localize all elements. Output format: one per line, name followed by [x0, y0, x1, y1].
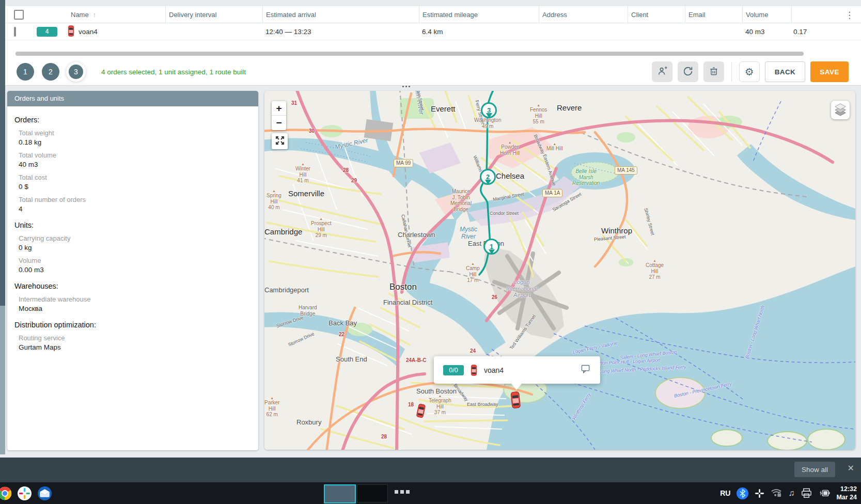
- route-stop-marker[interactable]: 3: [481, 102, 497, 118]
- horizontal-scrollbar[interactable]: [15, 52, 804, 56]
- vehicle-icon: [471, 365, 477, 376]
- unit-name: voan4: [484, 366, 504, 374]
- chat-icon[interactable]: [581, 365, 591, 376]
- orders-table: Name ↑ Delivery interval Estimated arriv…: [5, 6, 861, 58]
- section-heading-units: Units:: [14, 221, 258, 229]
- divider: [731, 62, 732, 82]
- save-button[interactable]: SAVE: [810, 61, 849, 82]
- section-heading-orders: Orders:: [14, 116, 258, 124]
- keyboard-layout-indicator[interactable]: RU: [720, 489, 730, 497]
- splitter-handle[interactable]: [402, 86, 410, 87]
- unit-name: voan4: [79, 28, 98, 36]
- map-canvas[interactable]: EverettRevereChelseaSomervilleCambridgeW…: [264, 91, 855, 450]
- unit-progress-badge: 0/0: [443, 365, 464, 375]
- summary-item: Routing service Gurtam Maps: [19, 334, 258, 351]
- section-heading-distribution: Distribution optimization:: [14, 321, 258, 329]
- section-heading-warehouses: Warehouses:: [14, 282, 258, 290]
- column-header-address[interactable]: Address: [539, 6, 628, 23]
- column-header-delivery-interval[interactable]: Delivery interval: [165, 6, 262, 23]
- chrome-icon[interactable]: [0, 486, 12, 500]
- summary-item: Total volume 40 m3: [19, 151, 258, 168]
- desktop-overlay-bar: Show all ✕: [0, 458, 861, 482]
- summary-item: Total weight 0.18 kg: [19, 129, 258, 146]
- cell-estimated-arrival: 12:40 — 13:23: [262, 28, 419, 36]
- column-header-name[interactable]: Name ↑: [31, 6, 165, 23]
- column-header-volume[interactable]: Volume: [742, 6, 791, 23]
- back-button[interactable]: BACK: [765, 61, 806, 82]
- settings-button[interactable]: ⚙: [739, 61, 760, 82]
- column-header-label: Name: [71, 11, 89, 19]
- assign-unit-button[interactable]: [652, 61, 672, 82]
- step-1[interactable]: 1: [17, 63, 34, 81]
- column-header-estimated-mileage[interactable]: Estimated mileage: [419, 6, 539, 23]
- summary-item: Total cost 0 $: [19, 174, 258, 191]
- bluetooth-icon[interactable]: [737, 487, 748, 499]
- show-all-button[interactable]: Show all: [794, 462, 835, 477]
- status-text: 4 orders selected, 1 unit assigned, 1 ro…: [101, 68, 246, 76]
- layers-icon: [834, 102, 847, 118]
- clock-date: Mar 24: [836, 493, 857, 501]
- printer-icon[interactable]: [801, 488, 812, 498]
- person-pin-plus-icon: [656, 66, 668, 78]
- summary-item: Total number of orders 4: [19, 196, 258, 213]
- expand-arrows-icon: [275, 136, 285, 147]
- music-icon[interactable]: ♫: [788, 489, 794, 498]
- clock[interactable]: 12:32 Mar 24: [836, 485, 857, 502]
- refresh-icon: [682, 66, 694, 78]
- route-stop-marker[interactable]: 1: [483, 239, 499, 255]
- step-2[interactable]: 2: [42, 63, 59, 81]
- trash-icon: [709, 66, 719, 78]
- gear-icon: ⚙: [745, 67, 754, 77]
- row-checkbox[interactable]: [14, 27, 16, 37]
- orders-units-panel: Orders and units Orders: Total weight 0.…: [7, 91, 258, 450]
- vertical-scrollbar[interactable]: [0, 0, 5, 454]
- summary-item: Intermediate warehouse Москва: [19, 295, 258, 312]
- thunderbird-icon[interactable]: [37, 486, 52, 501]
- step-3-active[interactable]: 3: [69, 65, 83, 79]
- summary-item: Carrying capacity 0 kg: [19, 234, 258, 251]
- workspace-more-icon[interactable]: [395, 490, 410, 494]
- column-header-client[interactable]: Client: [628, 6, 685, 23]
- column-header-estimated-arrival[interactable]: Estimated arrival: [262, 6, 419, 23]
- select-all-checkbox[interactable]: [14, 10, 24, 20]
- wifi-lock-icon[interactable]: [771, 489, 782, 497]
- battery-icon[interactable]: [819, 490, 830, 497]
- close-icon[interactable]: ✕: [848, 464, 854, 472]
- slack-tray-icon[interactable]: [755, 489, 764, 498]
- vertical-scrollbar-thumb[interactable]: [0, 0, 5, 306]
- route-stop-marker[interactable]: 2: [480, 169, 496, 185]
- orders-count-badge: 4: [37, 27, 57, 37]
- sort-ascending-icon[interactable]: ↑: [93, 11, 97, 19]
- workspace-preview-active[interactable]: [324, 484, 356, 503]
- panel-title: Orders and units: [7, 91, 258, 106]
- taskbar: RU ♫ 12:32 Mar 24: [0, 482, 861, 504]
- table-row[interactable]: 4 voan4 12:40 — 13:23 6.4 km 40 m3 0.17: [5, 23, 861, 40]
- unit-popup[interactable]: 0/0 voan4: [434, 356, 600, 384]
- table-header-row: Name ↑ Delivery interval Estimated arriv…: [5, 6, 861, 23]
- delete-button[interactable]: [703, 61, 724, 82]
- slack-icon[interactable]: [18, 486, 32, 500]
- workspace-preview[interactable]: [357, 484, 388, 502]
- layers-button[interactable]: [831, 101, 850, 119]
- fullscreen-button[interactable]: [272, 133, 288, 149]
- summary-item: Volume 0.00 m3: [19, 257, 258, 274]
- zoom-in-button[interactable]: +: [272, 101, 286, 116]
- stepper-bar: 1 2 3 4 orders selected, 1 unit assigned…: [5, 58, 861, 86]
- column-header-email[interactable]: Email: [685, 6, 742, 23]
- cell-weight: 0.17: [791, 28, 861, 36]
- cell-volume: 40 m3: [742, 28, 791, 36]
- clock-time: 12:32: [836, 485, 857, 493]
- zoom-out-button[interactable]: −: [272, 116, 286, 130]
- cell-estimated-mileage: 6.4 km: [419, 28, 539, 36]
- refresh-button[interactable]: [678, 61, 698, 82]
- vehicle-icon: [68, 25, 74, 38]
- table-menu-icon[interactable]: ⋮: [845, 10, 854, 21]
